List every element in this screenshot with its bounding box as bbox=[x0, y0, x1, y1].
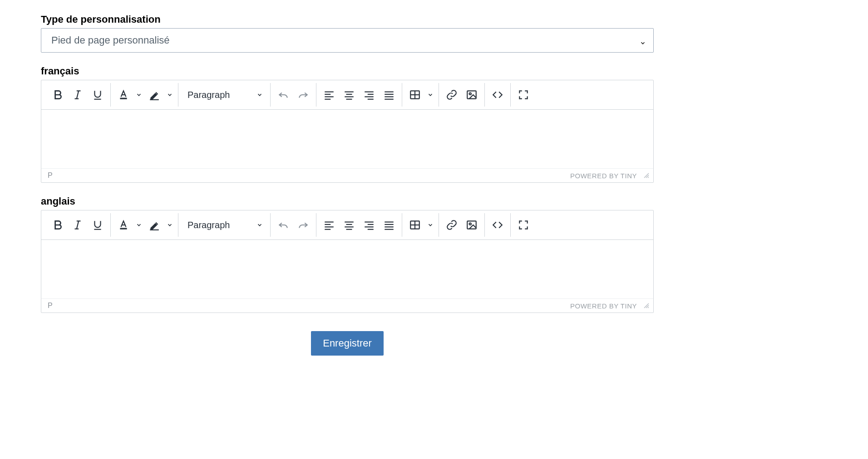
source-code-button[interactable] bbox=[488, 85, 508, 105]
underline-button[interactable] bbox=[88, 215, 108, 235]
editor-label-en: anglais bbox=[41, 195, 654, 207]
table-button[interactable] bbox=[405, 85, 425, 105]
toolbar: Paragraph bbox=[41, 80, 653, 110]
fullscreen-button[interactable] bbox=[513, 85, 533, 105]
align-justify-button[interactable] bbox=[379, 215, 399, 235]
redo-button[interactable] bbox=[293, 215, 313, 235]
italic-button[interactable] bbox=[68, 215, 88, 235]
chevron-down-icon bbox=[256, 90, 263, 100]
table-menu[interactable] bbox=[425, 85, 436, 105]
editor-content-area[interactable] bbox=[41, 110, 653, 169]
image-button[interactable] bbox=[462, 215, 482, 235]
powered-by-label: POWERED BY TINY bbox=[570, 172, 637, 180]
powered-by-label: POWERED BY TINY bbox=[570, 302, 637, 310]
highlight-button[interactable] bbox=[144, 215, 164, 235]
highlight-menu[interactable] bbox=[164, 85, 175, 105]
table-menu[interactable] bbox=[425, 215, 436, 235]
image-button[interactable] bbox=[462, 85, 482, 105]
text-color-menu[interactable] bbox=[133, 215, 144, 235]
italic-button[interactable] bbox=[68, 85, 88, 105]
text-color-menu[interactable] bbox=[133, 85, 144, 105]
align-center-button[interactable] bbox=[339, 215, 359, 235]
table-button[interactable] bbox=[405, 215, 425, 235]
element-path[interactable]: P bbox=[48, 302, 53, 310]
type-field-label: Type de personnalisation bbox=[41, 14, 654, 25]
toolbar: Paragraph bbox=[41, 210, 653, 240]
format-select[interactable]: Paragraph bbox=[181, 215, 267, 235]
align-center-button[interactable] bbox=[339, 85, 359, 105]
chevron-down-icon bbox=[256, 220, 263, 230]
format-select[interactable]: Paragraph bbox=[181, 85, 267, 105]
fullscreen-button[interactable] bbox=[513, 215, 533, 235]
undo-button[interactable] bbox=[273, 215, 293, 235]
underline-button[interactable] bbox=[88, 85, 108, 105]
source-code-button[interactable] bbox=[488, 215, 508, 235]
link-button[interactable] bbox=[442, 215, 462, 235]
type-select-value: Pied de page personnalisé bbox=[51, 34, 170, 46]
bold-button[interactable] bbox=[48, 85, 68, 105]
resize-handle[interactable] bbox=[643, 172, 650, 179]
text-color-button[interactable] bbox=[113, 85, 133, 105]
align-justify-button[interactable] bbox=[379, 85, 399, 105]
highlight-menu[interactable] bbox=[164, 215, 175, 235]
editor-label-fr: français bbox=[41, 65, 654, 77]
element-path[interactable]: P bbox=[48, 171, 53, 180]
format-select-value: Paragraph bbox=[187, 90, 230, 100]
save-button[interactable]: Enregistrer bbox=[311, 331, 384, 356]
editor-content-area[interactable] bbox=[41, 240, 653, 299]
text-color-button[interactable] bbox=[113, 215, 133, 235]
align-left-button[interactable] bbox=[319, 215, 339, 235]
chevron-down-icon bbox=[640, 37, 646, 44]
type-select[interactable]: Pied de page personnalisé bbox=[41, 28, 654, 53]
resize-handle[interactable] bbox=[643, 303, 650, 309]
highlight-button[interactable] bbox=[144, 85, 164, 105]
align-left-button[interactable] bbox=[319, 85, 339, 105]
redo-button[interactable] bbox=[293, 85, 313, 105]
editor-en: Paragraph bbox=[41, 210, 654, 313]
link-button[interactable] bbox=[442, 85, 462, 105]
bold-button[interactable] bbox=[48, 215, 68, 235]
undo-button[interactable] bbox=[273, 85, 293, 105]
editor-fr: Paragraph bbox=[41, 80, 654, 183]
align-right-button[interactable] bbox=[359, 85, 379, 105]
align-right-button[interactable] bbox=[359, 215, 379, 235]
format-select-value: Paragraph bbox=[187, 220, 230, 230]
